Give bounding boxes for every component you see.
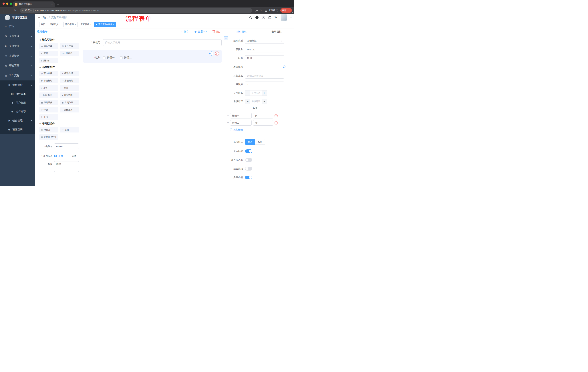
disabled-toggle[interactable] — [245, 167, 252, 170]
minus-button[interactable]: − — [245, 90, 250, 96]
github-icon[interactable] — [255, 16, 259, 19]
close-icon[interactable]: × — [59, 23, 61, 26]
remark-textarea[interactable]: 嘿嘿 — [54, 161, 79, 172]
component-password[interactable]: ∗密码 — [39, 51, 58, 56]
component-time-picker[interactable]: ◔时间选择 — [39, 93, 58, 98]
add-option-button[interactable]: + 添加选项 — [230, 128, 294, 131]
password-key-icon[interactable] — [255, 10, 258, 11]
remove-option-icon[interactable]: − — [274, 121, 278, 125]
sidebar-item-payment[interactable]: ¥ 支付管理 ▾ — [0, 41, 35, 51]
search-icon[interactable] — [249, 16, 252, 19]
component-upload[interactable]: ⇧上传 — [39, 114, 58, 120]
component-color-picker[interactable]: ◒颜色选择 — [60, 107, 79, 112]
component-dropdown[interactable]: ◎下拉选择 — [39, 71, 58, 76]
status-off-radio[interactable]: 关闭 — [68, 154, 76, 158]
tag-process-definition[interactable]: 流程定义 × — [48, 22, 63, 27]
delete-component-button[interactable] — [215, 52, 219, 55]
tag-process-model[interactable]: 流程模型 × — [63, 22, 78, 27]
browser-update-button[interactable]: 更新 ⋮ — [280, 8, 292, 13]
component-multi-line-text[interactable]: ▤多行文本 — [60, 43, 79, 49]
canvas-field-gender-selected[interactable]: *性别 选项一 选项二 — [83, 50, 221, 63]
save-button[interactable]: ✓ 保存 — [181, 30, 189, 33]
drag-handle-icon[interactable]: ≡ — [227, 121, 229, 124]
address-bar[interactable]: ⚠ 不安全 dashboard.yudao.iocoder.cn/bpm/man… — [20, 8, 252, 13]
option-2-value-input[interactable] — [253, 120, 273, 126]
border-toggle[interactable] — [245, 158, 252, 162]
page-url[interactable]: dashboard.yudao.iocoder.cn/bpm/manager/f… — [35, 9, 99, 12]
style-default-button[interactable]: 默认 — [245, 139, 255, 145]
copy-component-button[interactable] — [210, 52, 213, 55]
tag-process-form[interactable]: 流程表单 × — [79, 22, 93, 27]
security-label[interactable]: 不安全 — [25, 9, 32, 12]
browser-tab[interactable]: 芋道管理系统 × — [13, 1, 55, 7]
sidebar-item-user-group[interactable]: ☻ 用户分组 — [0, 98, 35, 107]
option-1-label-input[interactable] — [230, 113, 252, 118]
reload-icon[interactable]: ↻ — [13, 9, 17, 12]
plus-button[interactable]: + — [262, 90, 267, 96]
remove-option-icon[interactable]: − — [274, 114, 278, 117]
sidebar-item-system[interactable]: ⚙ 系统管理 ▾ — [0, 31, 35, 41]
bookmark-star-icon[interactable]: ☆ — [259, 9, 262, 12]
phone-input[interactable] — [103, 39, 221, 46]
sidebar-item-workflow[interactable]: ▦ 工作流程 ▴ — [0, 71, 35, 80]
style-button-button[interactable]: 按钮 — [255, 139, 265, 145]
component-cascader[interactable]: ⋔级联选择 — [60, 71, 79, 76]
title-input[interactable] — [245, 55, 284, 61]
component-time-range[interactable]: ◕时间范围 — [60, 93, 79, 98]
default-value-input[interactable] — [245, 82, 284, 87]
min-select-value[interactable]: 至少应选 — [250, 90, 262, 96]
data-binding-link-icon[interactable]: ∞ — [224, 36, 228, 40]
close-icon[interactable]: × — [90, 23, 92, 26]
tab-close-icon[interactable]: × — [51, 3, 53, 6]
close-icon[interactable]: × — [113, 23, 115, 26]
tag-home[interactable]: 首页 — [39, 22, 47, 27]
max-select-value[interactable]: 最多可选 — [250, 99, 262, 104]
component-row-container[interactable]: ▣行容器 — [39, 127, 58, 132]
component-radio-group[interactable]: ◉单选框组 — [39, 78, 58, 83]
sidebar-item-task-management[interactable]: ⚑ 任务管理 ▾ — [0, 116, 35, 125]
help-icon[interactable]: ? — [262, 16, 265, 19]
browser-menu-icon[interactable]: ⋮ — [288, 9, 290, 12]
avatar[interactable] — [281, 14, 287, 21]
font-size-icon[interactable]: TT — [274, 16, 277, 19]
close-window-button[interactable] — [2, 2, 5, 5]
plus-button[interactable]: + — [262, 99, 267, 104]
status-on-radio[interactable]: 开启 — [54, 154, 63, 158]
component-date-picker[interactable]: ▦日期选择 — [39, 100, 58, 105]
canvas-field-phone[interactable]: *手机号 — [83, 39, 221, 46]
breadcrumb-home[interactable]: 首页 — [42, 16, 47, 19]
tag-process-form-edit[interactable]: 流程表单-编辑 × — [94, 22, 116, 27]
gender-option-2-checkbox[interactable]: 选项二 — [120, 56, 132, 59]
component-counter[interactable]: 123计数器 — [60, 51, 79, 56]
component-type-select[interactable]: 多选框组 ▾ — [245, 38, 284, 44]
form-grid-slider[interactable] — [245, 64, 284, 70]
component-rate[interactable]: ☆评分 — [39, 107, 58, 112]
sidebar-item-leave-query[interactable]: ☻ 请假查询 — [0, 125, 35, 134]
sidebar-item-infrastructure[interactable]: ▤ 基础设施 ▾ — [0, 51, 35, 61]
sidebar-item-process-management[interactable]: ≡ 流程管理 ▴ — [0, 80, 35, 89]
maximize-window-button[interactable] — [10, 2, 12, 5]
new-tab-button[interactable]: + — [57, 3, 59, 6]
sidebar-item-process-form[interactable]: ▤ 流程表单 — [0, 89, 35, 98]
component-button[interactable]: ▭按钮 — [60, 127, 79, 132]
gender-option-1-checkbox[interactable]: 选项一 — [103, 56, 115, 59]
component-single-line-text[interactable]: ▭单行文本 — [39, 43, 58, 49]
component-switch[interactable]: ◐开关 — [39, 85, 58, 91]
component-checkbox-group[interactable]: ☑多选框组 — [60, 78, 79, 83]
view-json-button[interactable]: 查看json — [194, 30, 207, 33]
chevron-down-icon[interactable]: ▾ — [292, 12, 293, 13]
sidebar-item-dev-tools[interactable]: ⚒ 研发工具 ▾ — [0, 61, 35, 71]
close-icon[interactable]: × — [75, 23, 76, 26]
option-1-value-input[interactable] — [253, 113, 273, 118]
component-date-range[interactable]: ▦日期范围 — [60, 100, 79, 105]
form-name-input[interactable] — [54, 143, 79, 149]
minus-button[interactable]: − — [245, 99, 250, 104]
back-icon[interactable]: ← — [2, 9, 6, 12]
label-width-input[interactable] — [245, 73, 284, 79]
sidebar-item-home[interactable]: ⌂ 首页 — [0, 21, 35, 31]
component-editor[interactable]: ¶编辑器 — [39, 58, 58, 63]
option-2-label-input[interactable] — [230, 120, 252, 126]
clear-button[interactable]: 清空 — [213, 30, 220, 33]
chevron-down-icon[interactable]: ▾ — [291, 17, 292, 19]
fullscreen-icon[interactable] — [269, 16, 271, 19]
